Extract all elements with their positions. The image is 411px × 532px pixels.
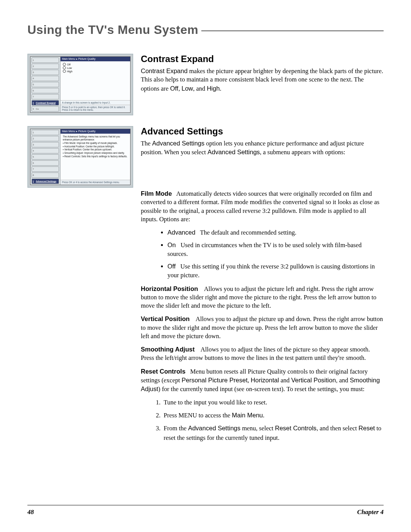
- tv-screenshot-contrast: 1 2 3 4 5 6 7 8Contrast Expand9Go Main M…: [27, 54, 133, 115]
- step-item: From the Advanced Settings menu, select …: [162, 423, 384, 443]
- horizontal-position-para: Horizontal Position Allows you to adjust…: [141, 284, 384, 310]
- film-mode-bullets: Advanced The default and recommended set…: [141, 228, 384, 280]
- tv-radio-option: Low: [63, 66, 128, 69]
- tv-side-item: 5: [32, 82, 59, 87]
- tv-side-item: 2: [32, 136, 59, 141]
- list-item: Off Use this setting if you think the re…: [167, 262, 384, 280]
- list-item: On Used in circumstances when the TV is …: [167, 241, 384, 258]
- page-title-bar: Using the TV's Menu System: [27, 23, 384, 37]
- tv-side-item: 2: [32, 64, 59, 69]
- tv-hint-text: Press OK or 4 to access the Advanced Set…: [61, 180, 130, 185]
- tv-side-item: 9Advanced Settings: [32, 179, 59, 184]
- contrast-body: Contrast Expand makes the picture appear…: [141, 67, 384, 93]
- tv-side-item: 9Go: [32, 106, 59, 112]
- heading-advanced-settings: Advanced Settings: [141, 126, 384, 137]
- tv-sidebar: 1 2 3 4 5 6 7 8Contrast Expand9Go: [30, 57, 61, 112]
- step-item: Tune to the input you would like to rese…: [162, 398, 384, 407]
- list-item: Advanced The default and recommended set…: [167, 228, 384, 237]
- tv-breadcrumb: Main Menu ▸ Picture Quality: [61, 57, 130, 61]
- chapter-label: Chapter 4: [357, 508, 384, 516]
- page-title: Using the TV's Menu System: [27, 23, 198, 37]
- tv-content: OffLowHigh: [61, 61, 130, 100]
- tv-radio-option: Off: [63, 63, 128, 66]
- tv-side-item: 4: [32, 148, 59, 153]
- heading-contrast-expand: Contrast Expand: [141, 54, 384, 64]
- tv-side-item: 6: [32, 160, 59, 166]
- tv-side-item: 8: [32, 173, 59, 178]
- smoothing-adjust-para: Smoothing Adjust Allows you to adjust th…: [141, 345, 384, 363]
- tv-content: The Advanced Settings menu has screens t…: [61, 134, 130, 180]
- tv-breadcrumb: Main Menu ▸ Picture Quality: [61, 129, 130, 134]
- tv-radio-option: High: [63, 70, 128, 73]
- step-item: Press MENU to access the Main Menu.: [162, 411, 384, 420]
- tv-desc-line: • Film Mode: Improve the quality of movi…: [63, 142, 128, 145]
- tv-hint-text: Press 5 or 6 to point to an option, then…: [61, 105, 130, 112]
- tv-side-item: 6: [32, 88, 59, 93]
- tv-side-item: 3: [32, 142, 59, 147]
- advanced-intro: The Advanced Settings option lets you en…: [141, 139, 384, 157]
- tv-screenshot-advanced: 1 2 3 4 5 6 7 8 9Advanced Settings Main …: [27, 126, 133, 188]
- tv-side-item: 3: [32, 70, 59, 75]
- page-number: 48: [27, 508, 34, 516]
- tv-side-item: 5: [32, 154, 59, 160]
- tv-desc-intro: The Advanced Settings menu has screens t…: [63, 135, 128, 141]
- tv-side-item: 7: [32, 166, 59, 172]
- tv-side-item: 4: [32, 76, 59, 81]
- tv-status-text: A change in this screen is applied to In…: [61, 100, 130, 105]
- tv-side-item: 1: [32, 58, 59, 63]
- reset-steps: Tune to the input you would like to rese…: [141, 398, 384, 443]
- reset-controls-para: Reset Controls Menu button resets all Pi…: [141, 367, 384, 394]
- title-rule: [201, 30, 384, 31]
- vertical-position-para: Vertical Position Allows you to adjust t…: [141, 315, 384, 340]
- tv-desc-line: • Smoothing Adjust: Improve picture shar…: [63, 152, 128, 155]
- tv-desc-line: • Vertical Position: Center the picture …: [63, 148, 128, 151]
- tv-desc-line: • Reset Controls: Sets this input's sett…: [63, 155, 128, 158]
- tv-side-item: 7: [32, 94, 59, 99]
- tv-side-item: 1: [32, 130, 59, 135]
- film-mode-para: Film Mode Automatically detects video so…: [141, 189, 384, 224]
- tv-desc-line: • Horizontal Position: Center the pictur…: [63, 145, 128, 148]
- tv-sidebar: 1 2 3 4 5 6 7 8 9Advanced Settings: [30, 129, 61, 185]
- tv-side-item: 8Contrast Expand: [32, 100, 59, 105]
- page-footer: 48 Chapter 4: [27, 505, 384, 516]
